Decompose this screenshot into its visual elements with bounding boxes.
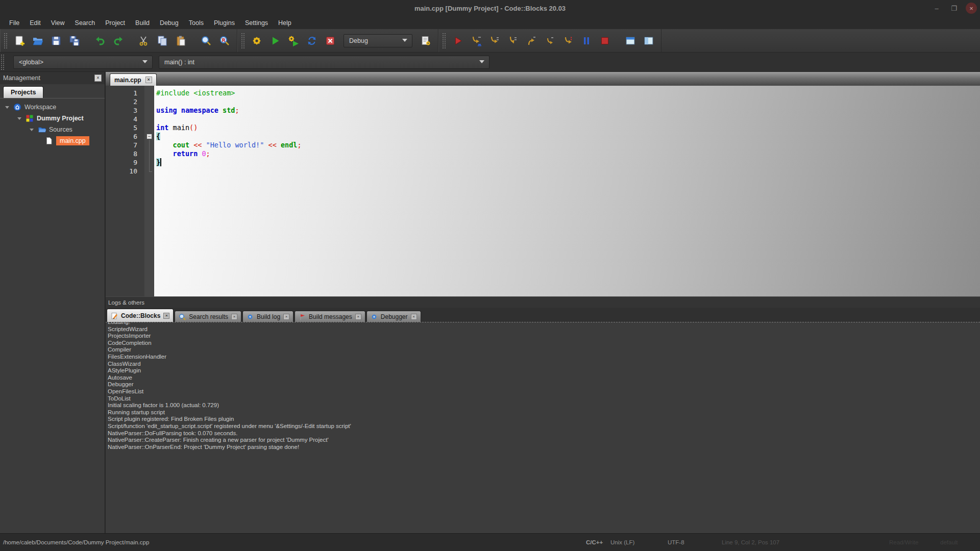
redo-button[interactable] xyxy=(111,34,126,48)
paste-button[interactable] xyxy=(174,34,188,48)
log-tab-search-results[interactable]: Search results × xyxy=(175,311,241,322)
code-editor[interactable]: 12345678910 – #include <iostream>using n… xyxy=(106,86,980,296)
code-line[interactable]: return 0; xyxy=(156,149,980,158)
status-eol-mode: Unix (LF) xyxy=(610,534,634,551)
code-line[interactable]: } xyxy=(156,158,980,167)
chevron-down-icon xyxy=(142,60,148,63)
tree-item-dummy-project[interactable]: Dummy Project xyxy=(0,113,105,124)
menu-item[interactable]: Plugins xyxy=(209,18,240,28)
debug-continue-button[interactable] xyxy=(451,34,465,48)
maximize-button[interactable]: ❐ xyxy=(948,3,960,14)
expander-icon[interactable] xyxy=(5,106,9,109)
close-icon[interactable]: × xyxy=(283,314,289,320)
logs-panel-header[interactable]: Logs & others xyxy=(106,296,980,308)
various-info-button[interactable] xyxy=(642,34,656,48)
codeblocks-log-icon xyxy=(111,312,118,319)
code-line[interactable] xyxy=(156,167,980,176)
stop-debugger-button[interactable] xyxy=(598,34,612,48)
cut-button[interactable] xyxy=(137,34,151,48)
code-line[interactable] xyxy=(156,115,980,123)
menu-item[interactable]: Help xyxy=(273,18,297,28)
code-area[interactable]: #include <iostream>using namespace std;i… xyxy=(154,86,980,296)
save-icon xyxy=(51,35,62,46)
log-tab-build-log[interactable]: Build log × xyxy=(242,311,293,322)
rebuild-button[interactable] xyxy=(305,34,319,48)
tab-projects[interactable]: Projects xyxy=(3,86,43,98)
menu-item[interactable]: Project xyxy=(100,18,130,28)
copy-button[interactable] xyxy=(155,34,169,48)
close-icon[interactable]: × xyxy=(231,314,237,320)
close-icon[interactable]: × xyxy=(355,314,361,320)
codeblocks-window: main.cpp [Dummy Project] - Code::Blocks … xyxy=(0,0,980,551)
menu-item[interactable]: File xyxy=(4,18,24,28)
expander-icon[interactable] xyxy=(30,129,34,131)
build-button[interactable] xyxy=(250,34,264,48)
fold-collapse-marker[interactable]: – xyxy=(144,132,154,141)
logs-panel-title: Logs & others xyxy=(108,299,144,306)
abort-build-button[interactable] xyxy=(323,34,337,48)
toolbar-grip[interactable] xyxy=(1,55,4,70)
close-icon[interactable]: × xyxy=(163,313,169,319)
debugging-windows-button[interactable] xyxy=(623,34,638,48)
code-line[interactable]: #include <iostream> xyxy=(156,89,980,97)
code-line[interactable] xyxy=(156,97,980,106)
step-into-button[interactable] xyxy=(506,34,520,48)
break-debugger-button[interactable] xyxy=(579,34,594,48)
close-icon[interactable]: × xyxy=(145,77,152,83)
next-line-button[interactable] xyxy=(487,34,502,48)
step-into-instruction-button[interactable] xyxy=(561,34,575,48)
log-tab-codeblocks[interactable]: Code::Blocks × xyxy=(107,309,174,322)
step-out-icon xyxy=(526,35,537,46)
log-output[interactable]: Loading:ScriptedWizardProjectsImporterCo… xyxy=(106,322,980,533)
toolbar-grip[interactable] xyxy=(4,33,7,48)
log-tab-label: Code::Blocks xyxy=(121,312,160,319)
code-line[interactable]: { xyxy=(156,132,980,141)
menu-item[interactable]: View xyxy=(46,18,70,28)
fold-margin[interactable]: – xyxy=(144,86,154,296)
find-button[interactable] xyxy=(199,34,213,48)
close-icon[interactable]: × xyxy=(411,314,417,320)
open-file-button[interactable] xyxy=(31,34,45,48)
save-all-button[interactable] xyxy=(67,34,82,48)
log-line: ToDoList xyxy=(108,395,980,403)
tree-item-sources[interactable]: Sources xyxy=(0,124,105,135)
menu-item[interactable]: Search xyxy=(70,18,101,28)
log-line: ProjectsImporter xyxy=(108,333,980,340)
code-line[interactable]: cout << "Hello world!" << endl; xyxy=(156,141,980,149)
function-value: main() : int xyxy=(164,59,194,66)
new-file-button[interactable] xyxy=(12,34,27,48)
build-and-run-button[interactable] xyxy=(286,34,301,48)
minimize-button[interactable]: – xyxy=(931,3,942,14)
log-tab-build-messages[interactable]: Build messages × xyxy=(295,311,365,322)
menu-item[interactable]: Edit xyxy=(24,18,46,28)
editor-tab-main-cpp[interactable]: main.cpp × xyxy=(110,73,157,86)
build-target-select[interactable]: Debug xyxy=(344,34,412,47)
show-compile-target-options-button[interactable] xyxy=(419,34,433,48)
code-line[interactable]: int main() xyxy=(156,123,980,132)
tree-item-main-cpp[interactable]: main.cpp xyxy=(0,135,105,146)
menu-item[interactable]: Settings xyxy=(240,18,273,28)
tree-item-workspace[interactable]: Workspace xyxy=(0,102,105,113)
toolbar-grip[interactable] xyxy=(241,33,244,48)
close-button[interactable]: × xyxy=(966,3,977,14)
menu-item[interactable]: Tools xyxy=(184,18,209,28)
step-out-button[interactable] xyxy=(524,34,538,48)
expander-icon[interactable] xyxy=(17,117,21,120)
menu-item[interactable]: Debug xyxy=(155,18,184,28)
function-select[interactable]: main() : int xyxy=(159,56,489,69)
scope-select[interactable]: <global> xyxy=(13,56,153,69)
next-instruction-button[interactable] xyxy=(543,34,557,48)
code-line[interactable]: using namespace std; xyxy=(156,106,980,115)
toolbar-grip[interactable] xyxy=(443,33,446,48)
paste-icon xyxy=(175,35,186,46)
replace-button[interactable]: R xyxy=(217,34,232,48)
undo-button[interactable] xyxy=(93,34,107,48)
folder-icon xyxy=(38,126,46,134)
save-button[interactable] xyxy=(49,34,63,48)
run-to-cursor-button[interactable] xyxy=(469,34,483,48)
workspace-icon xyxy=(13,103,21,111)
close-icon[interactable]: × xyxy=(94,74,102,82)
menu-item[interactable]: Build xyxy=(130,18,155,28)
log-tab-debugger[interactable]: Debugger × xyxy=(366,311,421,322)
run-button[interactable] xyxy=(268,34,282,48)
